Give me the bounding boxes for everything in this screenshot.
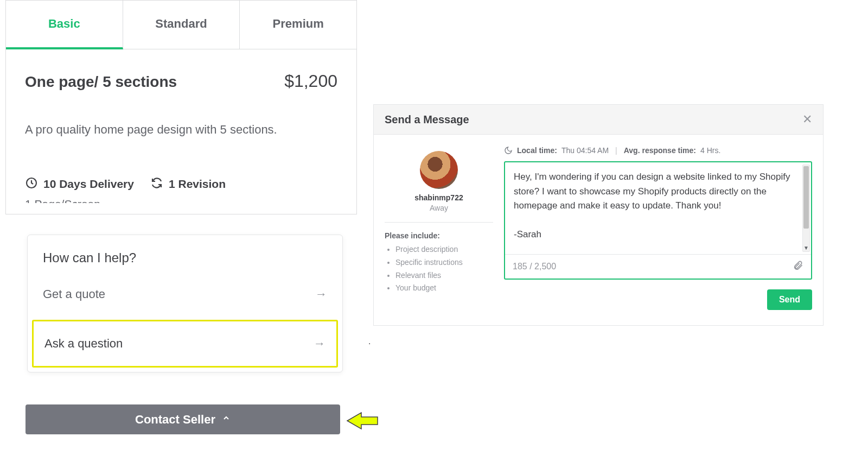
include-item: Project description [395,243,493,256]
delivery-text: 10 Days Delivery [43,178,134,191]
local-time-value: Thu 04:54 AM [561,146,609,155]
arrow-right-icon: → [315,287,327,301]
package-title: One page/ 5 sections [25,73,177,91]
avg-response-value: 4 Hrs. [700,146,720,155]
refresh-icon [150,176,163,192]
package-meta: 10 Days Delivery 1 Revision [25,176,337,192]
feature-partial: 1 Page/Screen [25,198,337,203]
package-title-row: One page/ 5 sections $1,200 [25,71,337,91]
tab-standard[interactable]: Standard [123,1,240,49]
tab-basic[interactable]: Basic [6,1,123,49]
send-button[interactable]: Send [767,289,812,310]
compose-footer: 185 / 2,500 [505,255,811,279]
message-body: shabinmp722 Away Please include: Project… [374,135,823,325]
scrollbar[interactable]: ▼ [802,165,810,252]
help-popover-title: How can I help? [28,235,342,272]
help-popover: How can I help? Get a quote → Ask a ques… [27,235,343,372]
include-block: Please include: Project description Spec… [385,222,493,295]
meta-separator: | [615,146,617,155]
contact-seller-button[interactable]: Contact Seller [25,404,340,434]
annotation-arrow-icon [346,412,379,432]
package-body: One page/ 5 sections $1,200 A pro qualit… [6,49,356,214]
seller-column: shabinmp722 Away Please include: Project… [385,146,493,310]
pricing-tabs: Basic Standard Premium [6,1,356,49]
message-text-content: Hey, I'm wondering if you can design a w… [514,170,798,242]
chevron-up-icon [222,414,231,425]
include-item: Specific instructions [395,256,493,269]
attachment-icon[interactable] [793,260,803,273]
contact-seller-label: Contact Seller [135,413,215,427]
pricing-card: Basic Standard Premium One page/ 5 secti… [5,0,357,214]
seller-username: shabinmp722 [385,193,493,202]
seller-meta-line: Local time: Thu 04:54 AM | Avg. response… [504,146,812,155]
help-item-label: Ask a question [44,337,123,351]
arrow-right-icon: → [314,337,326,351]
include-title: Please include: [385,231,493,240]
moon-icon [504,146,513,155]
avg-response-label: Avg. response time: [624,146,696,155]
include-item: Your budget [395,282,493,295]
close-icon[interactable]: ✕ [802,112,812,127]
scrollbar-thumb[interactable] [803,166,809,228]
message-header-title: Send a Message [385,113,469,126]
seller-status: Away [385,204,493,212]
package-price: $1,200 [284,71,337,91]
local-time-label: Local time: [517,146,557,155]
revisions-meta: 1 Revision [150,176,226,192]
message-panel: Send a Message ✕ shabinmp722 Away Please… [373,104,824,326]
char-count: 185 / 2,500 [513,262,556,271]
message-header: Send a Message ✕ [374,105,823,135]
delivery-meta: 10 Days Delivery [25,176,134,192]
revisions-text: 1 Revision [169,178,226,191]
send-row: Send [504,289,812,310]
include-list: Project description Specific instruction… [385,243,493,295]
tab-premium[interactable]: Premium [240,1,356,49]
message-textarea[interactable]: Hey, I'm wondering if you can design a w… [505,162,811,255]
package-description: A pro quality home page design with 5 se… [25,121,337,138]
include-item: Relevant files [395,269,493,282]
help-item-quote[interactable]: Get a quote → [28,272,342,317]
stray-glyph: . [368,337,371,346]
compose-box: Hey, I'm wondering if you can design a w… [504,161,812,280]
help-item-ask-question[interactable]: Ask a question → [32,320,338,368]
compose-column: Local time: Thu 04:54 AM | Avg. response… [504,146,812,310]
avatar [420,151,458,189]
clock-icon [25,176,38,192]
scrollbar-down-icon[interactable]: ▼ [803,244,809,251]
help-item-label: Get a quote [43,287,105,301]
